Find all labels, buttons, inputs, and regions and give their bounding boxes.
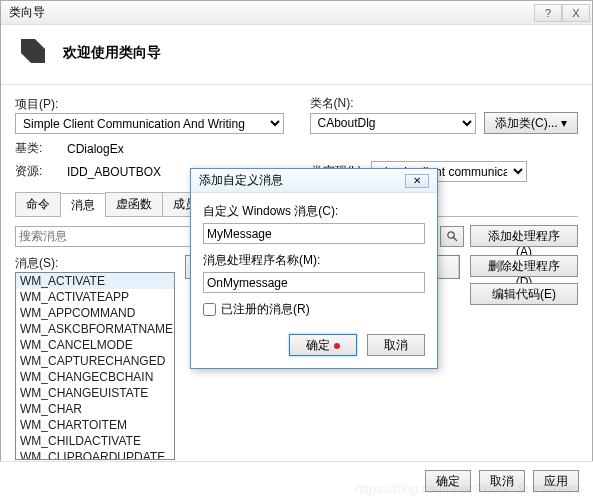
list-item[interactable]: WM_ACTIVATEAPP bbox=[16, 289, 174, 305]
edit-code-button[interactable]: 编辑代码(E) bbox=[470, 283, 578, 305]
list-item[interactable]: WM_CHANGECBCHAIN bbox=[16, 369, 174, 385]
custom-msg-input[interactable] bbox=[203, 223, 425, 244]
help-button[interactable]: ? bbox=[534, 4, 562, 22]
baseclass-value: CDialogEx bbox=[67, 142, 124, 156]
modal-ok-button[interactable]: 确定 bbox=[289, 334, 357, 356]
add-custom-message-dialog: 添加自定义消息 ✕ 自定义 Windows 消息(C): 消息处理程序名称(M)… bbox=[190, 168, 438, 369]
search-button[interactable] bbox=[440, 226, 464, 247]
resource-label: 资源: bbox=[15, 163, 57, 180]
registered-label: 已注册的消息(R) bbox=[221, 301, 310, 318]
project-select[interactable]: Simple Client Communication And Writing bbox=[15, 113, 284, 134]
list-item[interactable]: WM_ASKCBFORMATNAME bbox=[16, 321, 174, 337]
registered-checkbox[interactable] bbox=[203, 303, 216, 316]
svg-line-1 bbox=[454, 238, 458, 242]
message-list-label: 消息(S): bbox=[15, 255, 175, 272]
cancel-button[interactable]: 取消 bbox=[479, 470, 525, 492]
custom-msg-label: 自定义 Windows 消息(C): bbox=[203, 203, 425, 220]
resource-value: IDD_ABOUTBOX bbox=[67, 165, 161, 179]
dialog-footer: 确定 取消 应用 bbox=[0, 461, 593, 500]
wizard-icon bbox=[17, 35, 49, 70]
list-item[interactable]: WM_CAPTURECHANGED bbox=[16, 353, 174, 369]
search-icon bbox=[446, 230, 458, 242]
classname-label: 类名(N): bbox=[310, 95, 579, 112]
message-listbox[interactable]: WM_ACTIVATE WM_ACTIVATEAPP WM_APPCOMMAND… bbox=[15, 272, 175, 460]
list-item[interactable]: WM_CHILDACTIVATE bbox=[16, 433, 174, 449]
red-dot-icon bbox=[334, 343, 340, 349]
ok-button[interactable]: 确定 bbox=[425, 470, 471, 492]
list-item[interactable]: WM_CANCELMODE bbox=[16, 337, 174, 353]
add-handler-button[interactable]: 添加处理程序(A) bbox=[470, 225, 578, 247]
modal-cancel-button[interactable]: 取消 bbox=[367, 334, 425, 356]
tab-virtual[interactable]: 虚函数 bbox=[105, 192, 163, 216]
apply-button[interactable]: 应用 bbox=[533, 470, 579, 492]
window-title: 类向导 bbox=[9, 4, 45, 21]
modal-close-button[interactable]: ✕ bbox=[405, 174, 429, 188]
tab-commands[interactable]: 命令 bbox=[15, 192, 61, 216]
add-class-button[interactable]: 添加类(C)... ▾ bbox=[484, 112, 578, 134]
list-item[interactable]: WM_CHARTOITEM bbox=[16, 417, 174, 433]
header: 欢迎使用类向导 bbox=[1, 25, 592, 85]
close-button[interactable]: X bbox=[562, 4, 590, 22]
handler-name-label: 消息处理程序名称(M): bbox=[203, 252, 425, 269]
handler-name-input[interactable] bbox=[203, 272, 425, 293]
header-title: 欢迎使用类向导 bbox=[63, 44, 161, 62]
tab-messages[interactable]: 消息 bbox=[60, 193, 106, 217]
baseclass-label: 基类: bbox=[15, 140, 57, 157]
list-item[interactable]: WM_CLIPBOARDUPDATE bbox=[16, 449, 174, 460]
list-item[interactable]: WM_CHANGEUISTATE bbox=[16, 385, 174, 401]
class-wizard-window: 类向导 ? X 欢迎使用类向导 项目(P): Simple Client Com… bbox=[0, 0, 593, 500]
list-item[interactable]: WM_CHAR bbox=[16, 401, 174, 417]
modal-title: 添加自定义消息 bbox=[199, 172, 283, 189]
titlebar: 类向导 ? X bbox=[1, 1, 592, 25]
delete-handler-button[interactable]: 删除处理程序(D) bbox=[470, 255, 578, 277]
svg-point-0 bbox=[448, 232, 454, 238]
window-controls: ? X bbox=[534, 4, 590, 22]
project-label: 项目(P): bbox=[15, 96, 284, 113]
classname-select[interactable]: CAboutDlg bbox=[310, 113, 476, 134]
list-item[interactable]: WM_APPCOMMAND bbox=[16, 305, 174, 321]
list-item[interactable]: WM_ACTIVATE bbox=[16, 273, 174, 289]
